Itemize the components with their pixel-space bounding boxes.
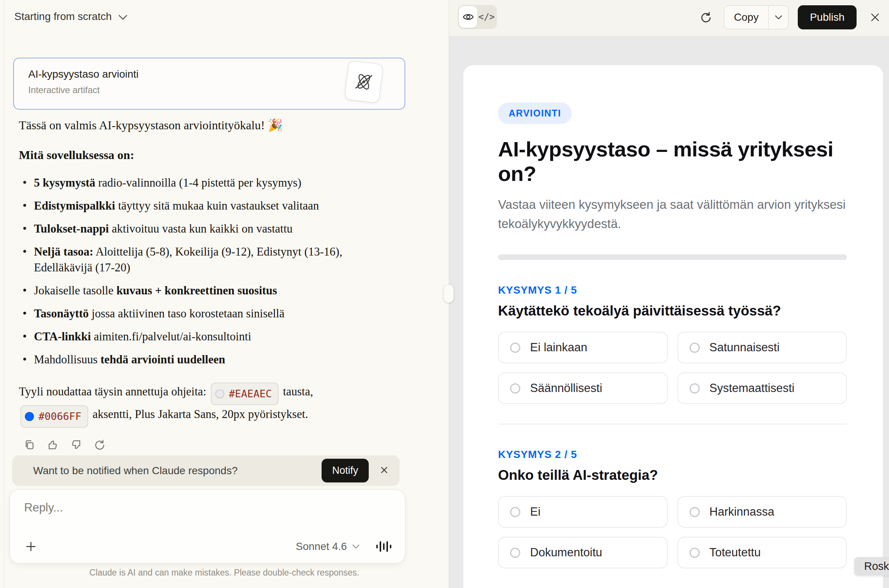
attach-plus-icon[interactable]: [23, 539, 38, 554]
refresh-icon[interactable]: [699, 11, 713, 24]
style-note-text: tausta,: [283, 385, 313, 398]
preview-eye-toggle[interactable]: [459, 6, 477, 28]
questions-container: KYSYMYS 1 / 5Käytättekö tekoälyä päivitt…: [498, 284, 847, 588]
radio-option[interactable]: Toteutettu: [677, 537, 847, 568]
chevron-down-icon: [775, 15, 782, 20]
radio-option[interactable]: Harkinnassa: [677, 496, 847, 528]
option-label: Säännöllisesti: [530, 381, 602, 395]
artifact-content: ARVIOINTI AI-kypsyystaso – missä yrityks…: [463, 65, 883, 588]
composer-toolbar: Sonnet 4.6: [23, 539, 392, 554]
style-note-prefix: Tyyli noudattaa täysin annettuja ohjeita…: [19, 385, 206, 398]
thumbs-up-icon[interactable]: [45, 437, 60, 452]
notification-close-icon[interactable]: [379, 464, 390, 477]
radio-icon[interactable]: [510, 383, 520, 394]
color-swatch: [25, 412, 34, 421]
radio-icon[interactable]: [510, 343, 520, 353]
eye-icon: [463, 13, 474, 21]
question-block: KYSYMYS 1 / 5Käytättekö tekoälyä päivitt…: [498, 284, 847, 404]
radio-option[interactable]: Säännöllisesti: [498, 372, 668, 404]
artifact-header-actions: Copy Publish: [699, 5, 881, 29]
radio-icon[interactable]: [510, 507, 520, 517]
radio-option[interactable]: Systemaattisesti: [677, 372, 847, 404]
option-label: Dokumentoitu: [530, 546, 602, 559]
radio-icon[interactable]: [690, 548, 700, 558]
style-note: Tyyli noudattaa täysin annettuja ohjeita…: [19, 383, 394, 428]
retry-icon[interactable]: [92, 437, 107, 452]
radio-icon[interactable]: [510, 548, 520, 558]
trash-tooltip: Roska: [854, 557, 889, 576]
model-name: Sonnet 4.6: [296, 541, 347, 553]
feature-bullet: Jokaiselle tasolle kuvaus + konkreettine…: [19, 283, 394, 299]
publish-button[interactable]: Publish: [798, 5, 857, 29]
feature-bullet: Edistymispalkki täyttyy sitä mukaa kuin …: [19, 198, 394, 214]
reply-composer: Sonnet 4.6: [9, 489, 405, 564]
artifact-card-bubble[interactable]: AI-kypsyystaso arviointi Interactive art…: [13, 58, 405, 110]
options-grid: Ei lainkaanSatunnaisestiSäännöllisestiSy…: [498, 332, 847, 404]
close-icon[interactable]: [869, 11, 881, 24]
radio-icon[interactable]: [690, 507, 700, 517]
reply-input[interactable]: [24, 501, 363, 514]
chat-panel: Starting from scratch AI-kypsyystaso arv…: [0, 0, 449, 588]
artifact-preview-area: ARVIOINTI AI-kypsyystaso – missä yrityks…: [449, 36, 889, 588]
features-list: 5 kysymystä radio-valinnoilla (1-4 piste…: [19, 175, 394, 368]
thumbs-down-icon[interactable]: [69, 437, 84, 452]
progress-bar: [498, 254, 847, 260]
ai-disclaimer: Claude is AI and can make mistakes. Plea…: [0, 568, 449, 578]
feature-bullet: Neljä tasoa: Aloittelija (5-8), Kokeilij…: [19, 244, 394, 276]
copy-message-icon[interactable]: [22, 437, 37, 452]
panel-resize-handle[interactable]: [444, 285, 454, 303]
section-divider: [498, 424, 847, 424]
style-note-text: aksentti, Plus Jakarta Sans, 20px pyöris…: [93, 407, 308, 421]
artifact-preview-icon: [344, 60, 383, 103]
option-label: Harkinnassa: [710, 505, 774, 519]
features-heading: Mitä sovelluksessa on:: [19, 148, 394, 162]
artifact-panel: </> Copy Publish: [449, 0, 889, 588]
style-selector-dropdown[interactable]: Starting from scratch: [14, 11, 127, 23]
feature-bullet: Tulokset-nappi aktivoituu vasta kun kaik…: [19, 221, 394, 237]
notify-button[interactable]: Notify: [322, 459, 369, 482]
radio-icon[interactable]: [690, 343, 700, 353]
page-subtitle: Vastaa viiteen kysymykseen ja saat välit…: [498, 195, 847, 233]
radio-option[interactable]: Dokumentoitu: [498, 537, 668, 568]
copy-button[interactable]: Copy: [724, 6, 768, 29]
code-view-toggle[interactable]: </>: [477, 6, 496, 28]
model-selector[interactable]: Sonnet 4.6: [296, 541, 360, 553]
color-swatch: [215, 389, 224, 398]
question-counter: KYSYMYS 1 / 5: [498, 284, 847, 296]
question-counter: KYSYMYS 2 / 5: [498, 449, 847, 461]
message-actions: [22, 437, 107, 452]
option-label: Ei: [530, 505, 541, 519]
color-code: #0066FF: [38, 407, 81, 426]
option-label: Satunnaisesti: [710, 341, 780, 354]
option-label: Toteutettu: [710, 546, 761, 559]
voice-input-icon[interactable]: [376, 540, 392, 553]
question-text: Onko teillä AI-strategia?: [498, 467, 847, 483]
page-title: AI-kypsyystaso – missä yrityksesi on?: [498, 137, 847, 186]
radio-option[interactable]: Ei lainkaan: [498, 332, 668, 363]
option-label: Systemaattisesti: [710, 381, 795, 395]
status-badge: ARVIOINTI: [498, 103, 572, 124]
color-chip-background: #EAEAEC: [211, 383, 279, 405]
notification-banner: Want to be notified when Claude responds…: [12, 455, 400, 486]
chevron-down-icon: [118, 15, 127, 20]
message-intro: Tässä on valmis AI-kypsyystason arvioint…: [19, 118, 394, 132]
radio-option[interactable]: Satunnaisesti: [677, 332, 847, 363]
options-grid: EiHarkinnassaDokumentoituToteutettu: [498, 496, 847, 568]
claude-app-window: Starting from scratch AI-kypsyystaso arv…: [0, 0, 889, 588]
preview-code-toggle: </>: [458, 5, 497, 29]
code-icon: </>: [478, 12, 495, 22]
feature-bullet: Mahdollisuus tehdä arviointi uudelleen: [19, 352, 394, 368]
color-chip-accent: #0066FF: [20, 405, 88, 428]
artifact-header: </> Copy Publish: [449, 0, 889, 36]
sidebar-edge-divider: [4, 0, 4, 588]
radio-option[interactable]: Ei: [498, 496, 668, 528]
assistant-message: Tässä on valmis AI-kypsyystason arvioint…: [19, 118, 394, 428]
copy-split-button: Copy: [724, 5, 789, 29]
feature-bullet: 5 kysymystä radio-valinnoilla (1-4 piste…: [19, 175, 394, 191]
copy-options-chevron[interactable]: [768, 6, 788, 29]
color-code: #EAEAEC: [229, 385, 272, 403]
radio-icon[interactable]: [690, 383, 700, 394]
feature-bullet: CTA-linkki aimiten.fi/palvelut/ai-konsul…: [19, 329, 394, 345]
style-selector-label: Starting from scratch: [14, 11, 112, 23]
question-text: Käytättekö tekoälyä päivittäisessä työss…: [498, 303, 847, 319]
